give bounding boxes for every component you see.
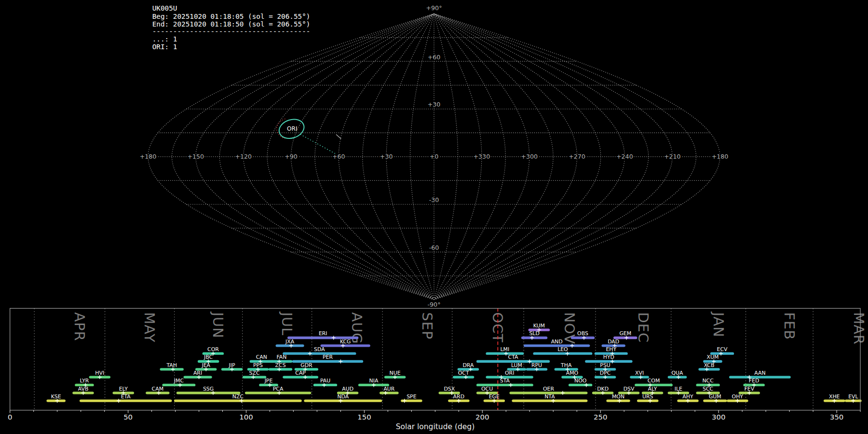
x-axis-title: Solar longitude (deg) <box>396 422 475 431</box>
shower-code-label: NUE <box>390 370 401 376</box>
shower-code-label: ERI <box>319 330 327 337</box>
month-label: AUG <box>349 312 365 344</box>
shower-code-label: COM <box>648 378 660 384</box>
month-label: JAN <box>710 311 726 337</box>
shower-code-label: ARI <box>193 370 202 376</box>
ecliptic-longitude-label: +300 <box>521 153 538 160</box>
shower-code-label: NIA <box>369 378 379 384</box>
shower-code-label: DKD <box>597 386 609 392</box>
ecliptic-longitude-label: +90 <box>285 153 298 160</box>
shower-code-label: AUR <box>383 386 394 392</box>
shower-code-label: EGE <box>489 393 500 400</box>
shower-code-label: ALY <box>648 386 657 392</box>
shower-code-label: SPE <box>407 393 416 400</box>
x-axis-tick-label: 250 <box>594 413 607 421</box>
shower-code-label: KCG <box>340 339 351 345</box>
shower-code-label: OHY <box>732 393 744 400</box>
session-end-time: End: 20251020 01:18:50 (sol = 206.55°) <box>152 20 311 28</box>
shower-code-label: ELY <box>119 386 128 392</box>
shower-code-label: LMI <box>500 346 509 353</box>
ecliptic-longitude-label: +30 <box>380 153 393 160</box>
separator-line: -------------------------------------- <box>152 27 311 35</box>
shower-code-label: PCA <box>273 386 284 392</box>
shower-code-label: DSX <box>444 386 455 392</box>
shower-code-label: ARD <box>453 393 464 400</box>
shower-code-label: DAD <box>608 339 619 345</box>
shower-code-label: ETA <box>121 393 131 400</box>
count-ori: ORI: 1 <box>152 43 177 51</box>
x-axis-tick-label: 300 <box>712 413 725 421</box>
shower-code-label: ECV <box>717 346 728 353</box>
shower-code-label: EVL <box>848 393 858 400</box>
ecliptic-longitude-label: +180 <box>712 153 729 160</box>
shower-code-label: XHE <box>829 393 840 400</box>
shower-code-label: JEA <box>201 362 210 368</box>
ecliptic-longitude-label: +210 <box>664 153 681 160</box>
shower-code-label: JPE <box>264 378 273 384</box>
shower-code-label: NDA <box>337 393 349 400</box>
shower-code-label: NOO <box>574 378 586 384</box>
ecliptic-latitude-label: +60 <box>428 54 441 61</box>
month-label: NOV <box>561 312 578 344</box>
shower-code-label: XUM <box>706 354 719 360</box>
shower-code-label: SZC <box>249 370 260 376</box>
shower-code-label: FED <box>749 378 760 384</box>
shower-code-label: KUM <box>533 323 545 329</box>
shower-code-label: SDA <box>314 346 325 353</box>
shower-code-label: JXA <box>285 339 295 345</box>
shower-code-label: CAN <box>256 354 267 360</box>
shower-code-label: FAN <box>277 354 287 360</box>
shower-code-label: GDR <box>300 362 312 368</box>
shower-code-label: JBC <box>203 354 213 360</box>
shower-code-label: CAM <box>152 386 163 392</box>
shower-code-label: RPU <box>531 362 542 368</box>
ecliptic-longitude-label: +0 <box>430 153 439 160</box>
shower-code-label: XCB <box>704 362 715 368</box>
ecliptic-longitude-label: +120 <box>235 153 252 160</box>
shower-code-label: QUA <box>671 370 683 376</box>
shower-code-label: JIP <box>229 362 235 368</box>
shower-code-label: TAH <box>166 362 176 368</box>
shower-code-label: OCU <box>481 386 493 392</box>
shower-code-label: EHY <box>606 346 616 353</box>
month-label: JUN <box>210 311 226 338</box>
x-axis-tick-label: 150 <box>357 413 371 421</box>
shower-code-label: KSE <box>51 393 61 400</box>
shower-code-label: OER <box>543 386 554 392</box>
shower-code-label: HYD <box>603 354 614 360</box>
shower-code-label: AND <box>551 339 563 345</box>
shower-code-label: AMO <box>566 370 578 376</box>
ecliptic-longitude-label: +180 <box>140 153 157 160</box>
session-begin-time: Beg: 20251020 01:18:05 (sol = 206.55°) <box>152 13 311 20</box>
shower-code-label: DRA <box>462 362 474 368</box>
shower-code-label: PAU <box>320 378 330 384</box>
shower-code-label: NZC <box>232 393 244 400</box>
shower-code-label: PER <box>323 354 333 360</box>
x-axis-tick-label: 200 <box>475 413 489 421</box>
meteor-observation-screen: UK005U Beg: 20251020 01:18:05 (sol = 206… <box>0 0 868 434</box>
shower-code-label: SCC <box>703 386 714 392</box>
station-id: UK005U <box>152 4 177 12</box>
shower-code-label: SSG <box>203 386 214 392</box>
radiant-and-activity-plot: UK005U Beg: 20251020 01:18:05 (sol = 206… <box>0 0 868 434</box>
shower-code-label: XVI <box>635 370 644 376</box>
ecliptic-latitude-label: +30 <box>428 101 441 108</box>
shower-code-label: STA <box>500 378 510 384</box>
shower-code-label: CTA <box>508 354 518 360</box>
shower-code-label: AVB <box>78 386 89 392</box>
shower-code-label: AHY <box>682 393 693 400</box>
ecliptic-longitude-label: +150 <box>187 153 204 160</box>
shower-code-label: LUM <box>511 362 522 368</box>
month-label: JUL <box>279 311 295 336</box>
month-label: MAY <box>141 312 158 342</box>
ecliptic-latitude-label: +90° <box>426 4 442 12</box>
shower-code-label: HVI <box>95 370 104 376</box>
shower-code-label: MON <box>612 393 624 400</box>
shower-code-label: GEM <box>619 330 631 337</box>
shower-code-label: PSU <box>600 362 610 368</box>
shower-code-label: AAN <box>754 370 765 376</box>
ecliptic-longitude-label: +60 <box>332 153 345 160</box>
month-label: SEP <box>419 312 435 339</box>
ecliptic-longitude-label: +330 <box>474 153 490 160</box>
shower-code-label: GUM <box>709 393 721 400</box>
